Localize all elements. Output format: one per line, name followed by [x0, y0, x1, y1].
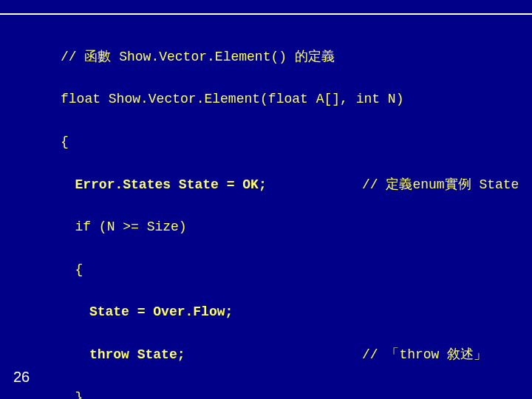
code-comment: // 「throw 敘述」 [362, 344, 487, 366]
code-line: State = Over.Flow; [89, 304, 233, 319]
page-number: 26 [13, 365, 30, 389]
code-block: // 函數 Show.Vector.Element() 的定義 float Sh… [61, 25, 403, 399]
code-line: } [75, 390, 83, 399]
code-line: { [75, 262, 83, 277]
horizontal-rule [0, 13, 532, 15]
code-line: { [61, 134, 69, 149]
code-line: Error.States State = OK; [75, 177, 266, 192]
code-line: // 函數 Show.Vector.Element() 的定義 [61, 50, 335, 64]
code-line: throw State; [89, 347, 185, 362]
code-line: if (N >= Size) [75, 219, 186, 234]
code-line: float Show.Vector.Element(float A[], int… [61, 92, 403, 106]
code-comment: // 定義enum實例 State [362, 174, 519, 196]
